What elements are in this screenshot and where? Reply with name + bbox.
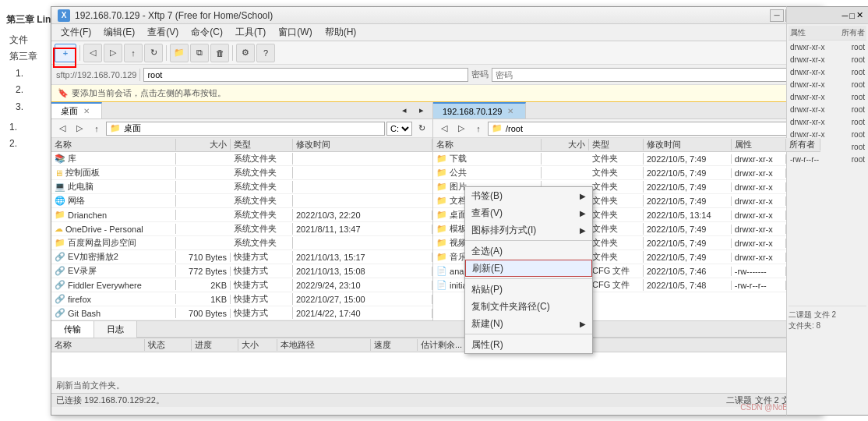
attr-text: drwxr-xr-x: [790, 55, 824, 64]
list-item: drwxr-xr-xroot: [789, 78, 866, 90]
remote-forward[interactable]: ▷: [453, 122, 469, 136]
table-row[interactable]: 📁 公共 文件夹 2022/10/5, 7:49 drwxr-xr-x root: [433, 166, 820, 180]
table-row[interactable]: 📁 Drianchen 系统文件夹 2022/10/3, 22:20: [51, 208, 432, 222]
folder-icon: 🌐: [55, 196, 65, 206]
toolbar-new-session[interactable]: +: [55, 44, 76, 62]
table-row[interactable]: 💻 此电脑 系统文件夹: [51, 180, 432, 194]
table-row[interactable]: 📚 库 系统文件夹: [51, 152, 432, 166]
right-title-close[interactable]: ✕: [856, 10, 863, 20]
menu-help[interactable]: 帮助(H): [319, 24, 363, 41]
toolbar-delete[interactable]: 🗑: [210, 44, 229, 62]
ctx-arrange[interactable]: 图标排列方式(I) ▶: [465, 221, 592, 239]
toolbar-forward[interactable]: ▷: [104, 44, 122, 62]
right-title-minimize[interactable]: ─: [842, 11, 849, 20]
toolbar-settings[interactable]: ⚙: [236, 44, 255, 62]
local-refresh[interactable]: ↻: [414, 122, 429, 136]
remote-back[interactable]: ◁: [436, 122, 452, 136]
table-row[interactable]: 🔗 EV加密播放2 710 Bytes 快捷方式 2021/10/13, 15:…: [51, 250, 432, 264]
sftp-label: sftp://192.168.70.129: [56, 70, 136, 80]
table-row[interactable]: ☁ OneDrive - Personal 系统文件夹 2021/8/11, 1…: [51, 222, 432, 236]
remote-col-name: 名称: [433, 139, 542, 150]
attr-text: drwxr-xr-x: [790, 68, 824, 76]
address-input[interactable]: [143, 68, 468, 82]
table-row[interactable]: 🔗 firefox 1KB 快捷方式 2022/10/27, 15:00: [51, 292, 432, 306]
owner-text: root: [852, 68, 865, 76]
menu-tools[interactable]: 工具(T): [229, 24, 272, 41]
toolbar-folder[interactable]: 📁: [170, 44, 189, 62]
table-row[interactable]: 🔗 EV录屏 772 Bytes 快捷方式 2021/10/13, 15:08: [51, 264, 432, 278]
table-row[interactable]: 📁 下载 文件夹 2022/10/5, 7:49 drwxr-xr-x root: [433, 152, 820, 166]
remote-tab[interactable]: 192.168.70.129 ✕: [433, 102, 526, 119]
ctx-view[interactable]: 查看(V) ▶: [465, 204, 592, 221]
remote-tab-close[interactable]: ✕: [505, 106, 516, 117]
ctx-new[interactable]: 新建(N) ▶: [465, 315, 592, 332]
local-prev-tab[interactable]: ◂: [397, 104, 412, 118]
list-item: drwxr-xr-xroot: [789, 90, 866, 103]
ctx-select-all-label: 全选(A): [471, 245, 503, 258]
list-item: drwxr-xr-xroot: [789, 53, 866, 65]
password-input[interactable]: [492, 68, 817, 82]
local-next-tab[interactable]: ▸: [414, 104, 429, 118]
toolbar-help-btn[interactable]: ?: [256, 44, 275, 62]
local-drive-select[interactable]: C:: [386, 122, 412, 136]
ctx-properties-label: 属性(R): [471, 338, 503, 352]
folder-icon: ☁: [55, 224, 63, 234]
ctx-refresh-label: 刷新(E): [472, 262, 503, 275]
ctx-properties[interactable]: 属性(R): [465, 336, 592, 353]
title-bar: X 192.168.70.129 - Xftp 7 (Free for Home…: [51, 7, 821, 24]
table-row[interactable]: 🌐 网络 系统文件夹: [51, 194, 432, 208]
remote-path-text: /root: [506, 124, 523, 133]
menu-edit[interactable]: 编辑(E): [97, 24, 141, 41]
table-row[interactable]: 🔗 Git Bash 700 Bytes 快捷方式 2021/4/22, 17:…: [51, 306, 432, 320]
ctx-separator-1: [465, 240, 592, 241]
menu-window[interactable]: 窗口(W): [272, 24, 318, 41]
toolbar-copy[interactable]: ⧉: [190, 44, 209, 62]
toolbar-separator-2: [166, 45, 167, 61]
table-row[interactable]: 🖥 控制面板 系统文件夹: [51, 166, 432, 180]
remote-up[interactable]: ↑: [471, 122, 486, 136]
attr-text: drwxr-xr-x: [790, 118, 824, 126]
remote-path-display: 📁 /root: [488, 122, 800, 136]
toolbar-up[interactable]: ↑: [124, 44, 143, 62]
ctx-refresh[interactable]: 刷新(E): [465, 260, 592, 277]
attr-text: -rw-r--r--: [790, 155, 819, 164]
panels-container: 桌面 ✕ ◂ ▸ ◁ ▷ ↑ 📁 桌面 C:: [51, 102, 821, 320]
ctx-copy-path[interactable]: 复制文件夹路径(C): [465, 298, 592, 315]
list-item: drwxr-xr-xroot: [789, 103, 866, 115]
local-file-header: 名称 大小 类型 修改时间: [51, 138, 432, 152]
attr-text: drwxr-xr-x: [790, 80, 824, 89]
ctx-paste[interactable]: 粘贴(P): [465, 281, 592, 298]
toolbar-back[interactable]: ◁: [83, 44, 102, 62]
local-file-list: 📚 库 系统文件夹 🖥 控制面板 系统文件夹: [51, 152, 432, 320]
transfer-status-text: 刷新当前文件夹。: [56, 380, 125, 391]
address-bar: sftp://192.168.70.129 密码: [51, 65, 821, 85]
minimize-button[interactable]: ─: [770, 9, 784, 22]
local-up[interactable]: ↑: [89, 122, 104, 136]
owner-text: root: [852, 93, 865, 101]
local-forward[interactable]: ▷: [72, 122, 87, 136]
right-bottom-status: 二课题 文件 2 文件夹: 8: [789, 306, 866, 331]
owner-text: root: [852, 155, 865, 164]
local-panel-tabs: 桌面 ✕ ◂ ▸: [51, 102, 432, 119]
ctx-bookmark[interactable]: 书签(B) ▶: [465, 187, 592, 204]
local-back[interactable]: ◁: [55, 122, 70, 136]
transfer-tab-log[interactable]: 日志: [94, 321, 137, 338]
table-row[interactable]: 📁 百度网盘同步空间 系统文件夹: [51, 236, 432, 250]
table-row[interactable]: 🔗 Fiddler Everywhere 2KB 快捷方式 2022/9/24,…: [51, 278, 432, 292]
ctx-select-all[interactable]: 全选(A): [465, 242, 592, 260]
remote-col-attr: 属性: [732, 139, 786, 150]
menu-file[interactable]: 文件(F): [55, 24, 97, 41]
menu-view[interactable]: 查看(V): [141, 24, 185, 41]
local-path-text: 桌面: [124, 122, 141, 134]
status-text: 已连接 192.168.70.129:22。: [56, 394, 164, 406]
right-title-maximize[interactable]: □: [849, 11, 855, 20]
ctx-separator-2: [465, 278, 592, 279]
local-tab-close[interactable]: ✕: [81, 106, 92, 117]
xftp-window: X 192.168.70.129 - Xftp 7 (Free for Home…: [51, 6, 822, 416]
menu-command[interactable]: 命令(C): [185, 24, 229, 41]
transfer-tab-main[interactable]: 传输: [51, 321, 94, 338]
toolbar-refresh[interactable]: ↻: [144, 44, 163, 62]
local-tab-desktop[interactable]: 桌面 ✕: [51, 102, 102, 119]
local-col-type: 类型: [231, 139, 293, 150]
shortcut-icon: 🔗: [55, 280, 65, 290]
